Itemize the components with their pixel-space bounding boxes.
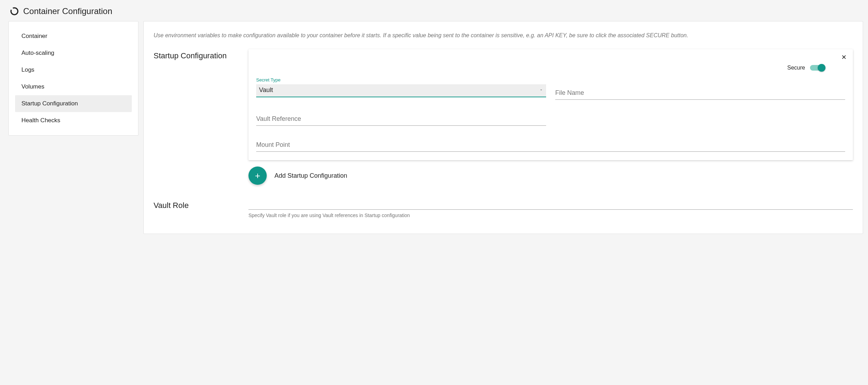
secure-toggle[interactable] (810, 65, 824, 71)
section-label-startup: Startup Configuration (154, 49, 248, 60)
vault-role-help: Specify Vault role if you are using Vaul… (248, 213, 853, 218)
vault-role-input[interactable] (248, 199, 853, 210)
sidebar-item-volumes[interactable]: Volumes (15, 78, 132, 95)
secret-type-select[interactable]: Vault (256, 84, 546, 97)
secure-label: Secure (787, 65, 805, 71)
sidebar-item-health-checks[interactable]: Health Checks (15, 112, 132, 129)
sidebar-item-auto-scaling[interactable]: Auto-scaling (15, 45, 132, 61)
plus-icon: + (255, 171, 260, 180)
secure-row: Secure (256, 65, 845, 71)
sidebar-item-logs[interactable]: Logs (15, 61, 132, 78)
page-title: Container Configuration (23, 6, 112, 16)
sidebar-item-startup-configuration[interactable]: Startup Configuration (15, 95, 132, 112)
mount-point-field (256, 129, 845, 152)
svg-point-0 (11, 8, 18, 15)
sidebar-item-label: Logs (21, 66, 34, 73)
sidebar: Container Auto-scaling Logs Volumes Star… (8, 21, 138, 136)
add-startup-row: + Add Startup Configuration (248, 167, 853, 185)
sidebar-item-label: Volumes (21, 83, 44, 90)
section-label-vault-role: Vault Role (154, 199, 248, 210)
sidebar-item-container[interactable]: Container (15, 28, 132, 45)
startup-config-card: ✕ Secure Secret Type Vault (248, 49, 853, 160)
sidebar-item-label: Startup Configuration (21, 100, 78, 107)
file-name-input[interactable] (555, 87, 845, 100)
secret-type-field: Secret Type Vault (256, 77, 546, 100)
help-text: Use environment variables to make config… (154, 31, 853, 39)
toggle-knob (818, 64, 825, 72)
sidebar-item-label: Auto-scaling (21, 50, 54, 56)
secret-type-value: Vault (259, 86, 273, 94)
sidebar-item-label: Health Checks (21, 117, 60, 124)
close-icon[interactable]: ✕ (841, 54, 847, 60)
section-startup-configuration: Startup Configuration ✕ Secure S (154, 49, 853, 185)
vault-reference-input[interactable] (256, 113, 546, 126)
section-vault-role: Vault Role Specify Vault role if you are… (154, 199, 853, 218)
mount-point-input[interactable] (256, 139, 845, 152)
secret-type-label: Secret Type (256, 77, 280, 83)
add-startup-button[interactable]: + (248, 167, 267, 185)
vault-reference-field (256, 103, 546, 126)
page-header: Container Configuration (0, 0, 868, 21)
chevron-down-icon (539, 86, 543, 94)
logo-icon (10, 7, 19, 16)
sidebar-item-label: Container (21, 33, 47, 39)
add-startup-label: Add Startup Configuration (274, 172, 347, 180)
main-panel: Use environment variables to make config… (143, 21, 863, 234)
file-name-field (555, 77, 845, 100)
